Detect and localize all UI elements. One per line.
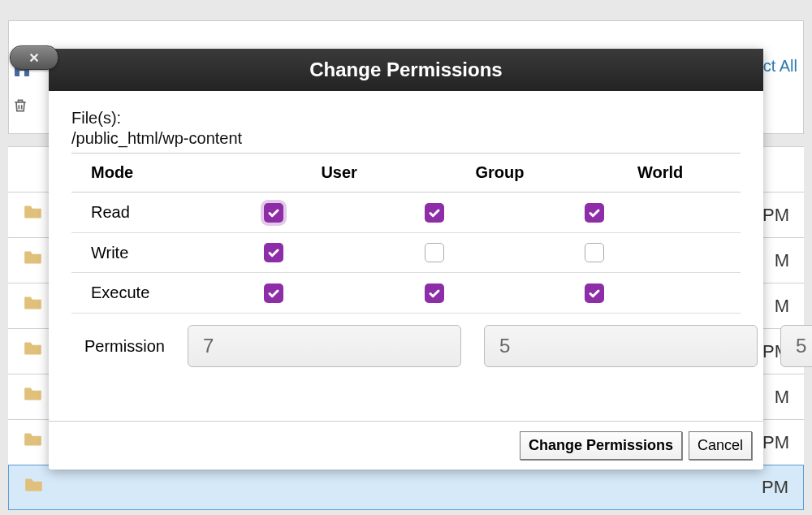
checkbox-execute-world[interactable]	[585, 283, 604, 303]
label-write: Write	[71, 232, 259, 273]
row-read: Read	[71, 193, 741, 233]
close-button[interactable]	[10, 45, 58, 70]
label-read: Read	[71, 193, 259, 233]
list-item-selected[interactable]: PM	[8, 465, 804, 510]
row-time: PM	[762, 205, 789, 226]
folder-icon	[23, 292, 44, 319]
row-time: M	[775, 250, 789, 271]
checkbox-read-world[interactable]	[585, 203, 604, 223]
permission-world-input[interactable]	[780, 325, 812, 367]
checkbox-write-user[interactable]	[264, 243, 283, 262]
label-execute: Execute	[71, 273, 259, 313]
folder-icon	[23, 201, 44, 228]
folder-icon	[24, 474, 45, 501]
permission-numeric-row: Permission	[71, 313, 741, 372]
trash-icon[interactable]	[12, 97, 28, 118]
header-user: User	[259, 154, 420, 193]
row-write: Write	[71, 232, 741, 273]
dialog-titlebar[interactable]: Change Permissions	[49, 49, 763, 91]
checkbox-read-user[interactable]	[264, 203, 283, 223]
cancel-button[interactable]: Cancel	[689, 431, 752, 460]
dialog-title: Change Permissions	[309, 58, 502, 81]
folder-icon	[23, 338, 44, 365]
permission-group-input[interactable]	[484, 325, 758, 367]
permission-user-input[interactable]	[188, 325, 461, 367]
permissions-table: Mode User Group World Read Write	[71, 153, 741, 313]
files-path: /public_html/wp-content	[71, 129, 741, 148]
folder-icon	[23, 429, 44, 456]
dialog-footer: Change Permissions Cancel	[49, 421, 763, 470]
folder-icon	[23, 383, 44, 410]
header-mode: Mode	[71, 154, 259, 193]
row-time: PM	[762, 432, 789, 453]
permission-label: Permission	[76, 337, 165, 356]
row-time: M	[775, 387, 789, 408]
header-world: World	[580, 154, 741, 193]
row-execute: Execute	[71, 273, 741, 313]
header-group: Group	[420, 154, 581, 193]
checkbox-write-world[interactable]	[585, 243, 604, 262]
files-label: File(s):	[71, 109, 741, 128]
checkbox-execute-user[interactable]	[264, 283, 283, 303]
change-permissions-dialog: Change Permissions File(s): /public_html…	[49, 49, 763, 470]
checkbox-write-group[interactable]	[425, 243, 444, 262]
row-time: M	[775, 296, 789, 317]
dialog-body: File(s): /public_html/wp-content Mode Us…	[49, 91, 763, 380]
checkbox-read-group[interactable]	[425, 203, 444, 223]
row-time: PM	[762, 477, 788, 498]
checkbox-execute-group[interactable]	[425, 283, 444, 303]
change-permissions-button[interactable]: Change Permissions	[520, 431, 682, 460]
folder-icon	[23, 247, 44, 274]
